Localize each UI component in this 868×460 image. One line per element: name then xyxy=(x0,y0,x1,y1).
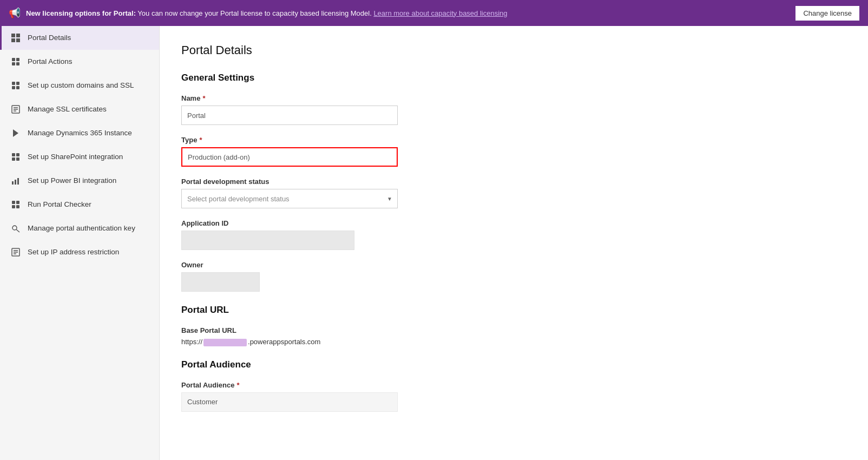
portal-audience-label: Portal Audience * xyxy=(181,381,846,389)
portal-audience-input[interactable] xyxy=(181,392,398,412)
dev-status-select[interactable]: Select portal development status xyxy=(181,189,398,208)
app-id-value xyxy=(181,231,354,250)
owner-field-group: Owner xyxy=(181,261,846,292)
portal-audience-label-text: Portal Audience xyxy=(181,381,234,389)
type-label: Type * xyxy=(181,136,846,144)
sidebar-label-portal-actions: Portal Actions xyxy=(28,57,73,67)
banner-bold: New licensing options for Portal: xyxy=(26,9,136,17)
change-license-button[interactable]: Change license xyxy=(795,6,859,21)
dev-status-wrapper: Select portal development status xyxy=(181,189,398,208)
svg-rect-24 xyxy=(12,201,15,204)
svg-rect-7 xyxy=(16,62,19,65)
svg-rect-17 xyxy=(12,153,15,156)
sidebar-item-auth-key[interactable]: Manage portal authentication key xyxy=(0,216,159,240)
base-url-label-text: Base Portal URL xyxy=(181,326,236,334)
svg-rect-2 xyxy=(11,38,15,42)
dev-status-field-group: Portal development status Select portal … xyxy=(181,178,846,208)
custom-domains-icon xyxy=(10,80,21,91)
svg-rect-27 xyxy=(16,205,19,208)
notification-banner: 📢 New licensing options for Portal: You … xyxy=(0,0,868,26)
svg-rect-1 xyxy=(16,34,20,37)
portal-actions-icon xyxy=(10,56,21,67)
svg-line-29 xyxy=(16,229,19,232)
svg-rect-4 xyxy=(12,58,15,61)
sidebar-item-sharepoint[interactable]: Set up SharePoint integration xyxy=(0,145,159,169)
sidebar-item-custom-domains[interactable]: Set up custom domains and SSL xyxy=(0,74,159,97)
svg-rect-25 xyxy=(16,201,19,204)
svg-rect-0 xyxy=(11,34,15,37)
svg-rect-20 xyxy=(16,157,19,161)
name-required: * xyxy=(202,94,205,102)
sidebar-label-auth-key: Manage portal authentication key xyxy=(28,224,135,233)
svg-rect-22 xyxy=(15,180,16,185)
portal-url-title: Portal URL xyxy=(181,305,846,316)
sidebar-label-ssl-certificates: Manage SSL certificates xyxy=(28,104,107,114)
svg-marker-16 xyxy=(13,129,18,137)
auth-key-icon xyxy=(10,223,21,234)
sidebar-item-ip-restriction[interactable]: Set up IP address restriction xyxy=(0,240,159,264)
owner-label: Owner xyxy=(181,261,846,269)
type-label-text: Type xyxy=(181,136,197,144)
audience-required: * xyxy=(236,381,239,389)
sharepoint-icon xyxy=(10,152,21,162)
content-area: Portal Details General Settings Name * T… xyxy=(160,26,868,460)
url-prefix: https:// xyxy=(181,338,202,346)
app-id-label-text: Application ID xyxy=(181,219,228,227)
sidebar-label-portal-details: Portal Details xyxy=(28,33,71,43)
sidebar-label-ip-restriction: Set up IP address restriction xyxy=(28,247,119,257)
svg-rect-19 xyxy=(12,157,15,161)
ip-restriction-icon xyxy=(10,247,21,258)
sidebar-item-portal-actions[interactable]: Portal Actions xyxy=(0,50,159,74)
dev-status-label-text: Portal development status xyxy=(181,178,269,186)
sidebar-label-dynamics-instance: Manage Dynamics 365 Instance xyxy=(28,128,132,138)
url-redacted xyxy=(203,339,247,346)
name-label-text: Name xyxy=(181,94,200,102)
sidebar-label-portal-checker: Run Portal Checker xyxy=(28,200,91,209)
svg-rect-10 xyxy=(12,86,15,89)
sidebar-item-portal-checker[interactable]: Run Portal Checker xyxy=(0,193,159,216)
type-field-group: Type * xyxy=(181,136,846,167)
owner-value xyxy=(181,272,260,292)
base-url-field-group: Base Portal URL https://.powerappsportal… xyxy=(181,326,846,346)
owner-label-text: Owner xyxy=(181,261,203,269)
name-label: Name * xyxy=(181,94,846,102)
svg-rect-5 xyxy=(16,58,19,61)
sidebar-label-power-bi: Set up Power BI integration xyxy=(28,176,116,186)
sidebar: Portal DetailsPortal ActionsSet up custo… xyxy=(0,26,160,460)
url-suffix: .powerappsportals.com xyxy=(248,338,320,346)
sidebar-label-sharepoint: Set up SharePoint integration xyxy=(28,152,123,162)
svg-rect-3 xyxy=(16,38,20,42)
name-field-group: Name * xyxy=(181,94,846,125)
sidebar-item-dynamics-instance[interactable]: Manage Dynamics 365 Instance xyxy=(0,121,159,145)
svg-point-28 xyxy=(12,226,17,230)
base-url-value: https://.powerappsportals.com xyxy=(181,338,846,346)
dynamics-instance-icon xyxy=(10,128,21,139)
type-input[interactable] xyxy=(181,147,398,167)
svg-rect-6 xyxy=(12,62,15,65)
portal-details-icon xyxy=(10,32,21,43)
main-layout: Portal DetailsPortal ActionsSet up custo… xyxy=(0,26,868,460)
svg-rect-11 xyxy=(16,86,19,89)
svg-rect-26 xyxy=(12,205,15,208)
portal-audience-field-group: Portal Audience * xyxy=(181,381,846,412)
sidebar-item-ssl-certificates[interactable]: Manage SSL certificates xyxy=(0,97,159,121)
name-input[interactable] xyxy=(181,106,398,125)
sidebar-item-portal-details[interactable]: Portal Details xyxy=(0,26,159,50)
sidebar-label-custom-domains: Set up custom domains and SSL xyxy=(28,81,134,90)
type-required: * xyxy=(199,136,202,144)
learn-more-link[interactable]: Learn more about capacity based licensin… xyxy=(373,9,507,17)
portal-audience-title: Portal Audience xyxy=(181,359,846,370)
base-url-label: Base Portal URL xyxy=(181,326,846,334)
svg-rect-18 xyxy=(16,153,19,156)
svg-rect-23 xyxy=(17,178,19,185)
ssl-certificates-icon xyxy=(10,104,21,115)
banner-text: New licensing options for Portal: You ca… xyxy=(26,9,790,17)
power-bi-icon xyxy=(10,175,21,186)
dev-status-label: Portal development status xyxy=(181,178,846,186)
banner-normal: You can now change your Portal license t… xyxy=(137,9,373,17)
sidebar-item-power-bi[interactable]: Set up Power BI integration xyxy=(0,169,159,193)
portal-checker-icon xyxy=(10,199,21,210)
general-settings-title: General Settings xyxy=(181,73,846,83)
app-id-field-group: Application ID xyxy=(181,219,846,250)
banner-icon: 📢 xyxy=(9,7,21,19)
